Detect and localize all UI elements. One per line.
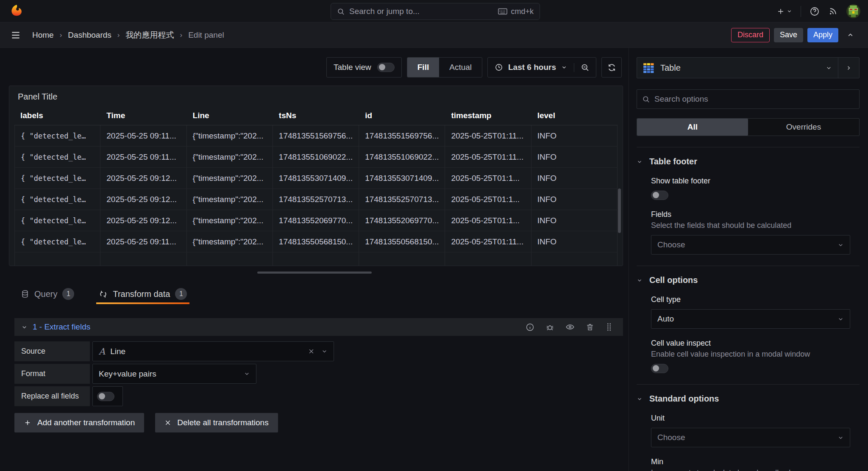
- global-search[interactable]: cmd+k: [331, 3, 540, 20]
- fill-option[interactable]: Fill: [407, 58, 439, 77]
- format-label: Format: [14, 364, 90, 384]
- drag-handle-icon[interactable]: [605, 322, 613, 332]
- fields-select[interactable]: Choose: [651, 235, 850, 255]
- transformation-header[interactable]: 1 - Extract fields: [14, 318, 623, 336]
- news-rss-button[interactable]: [828, 6, 838, 16]
- column-header[interactable]: labels: [14, 106, 100, 125]
- cell-id: 174813551569756...: [359, 125, 445, 147]
- shortcut-label: cmd+k: [511, 7, 534, 16]
- column-header[interactable]: level: [531, 106, 618, 125]
- info-icon[interactable]: [526, 323, 534, 332]
- breadcrumb-home[interactable]: Home: [32, 30, 54, 40]
- cell-timestamp: 2025-05-25T01:1...: [445, 210, 531, 231]
- format-select[interactable]: Key+value pairs: [92, 364, 256, 384]
- cell-type-select[interactable]: Auto: [651, 309, 850, 329]
- cell-level: INFO: [531, 168, 618, 189]
- grafana-logo-icon[interactable]: [9, 4, 24, 18]
- column-header[interactable]: id: [359, 106, 445, 125]
- menu-toggle-button[interactable]: [10, 30, 21, 41]
- trash-icon[interactable]: [586, 323, 594, 331]
- column-header[interactable]: Time: [100, 106, 186, 125]
- options-search[interactable]: [637, 89, 860, 109]
- cell-labels: { "detected_le…: [14, 147, 100, 168]
- options-sidebar: Table All Overrides Table footer Show ta…: [637, 57, 860, 471]
- actual-option[interactable]: Actual: [439, 58, 482, 77]
- section-standard-options-header[interactable]: Standard options: [637, 394, 860, 404]
- options-filter-group: All Overrides: [637, 118, 860, 136]
- plus-icon: [24, 419, 31, 427]
- unit-select-value: Choose: [657, 433, 685, 442]
- unit-select[interactable]: Choose: [651, 428, 850, 447]
- tab-transform-data[interactable]: Transform data 1: [96, 284, 189, 304]
- tab-transform-label: Transform data: [113, 289, 170, 299]
- chevron-down-icon[interactable]: [244, 371, 250, 377]
- table-row-partial: [14, 252, 618, 266]
- fields-description: Select the fields that should be calcula…: [651, 221, 850, 230]
- clear-icon[interactable]: [308, 348, 314, 355]
- zoom-out-time-button[interactable]: [574, 63, 596, 72]
- discard-button[interactable]: Discard: [731, 28, 770, 42]
- eye-icon[interactable]: [565, 322, 575, 332]
- cell-timestamp: 2025-05-25T01:11...: [445, 231, 531, 252]
- options-search-input[interactable]: [654, 94, 854, 104]
- delete-transformations-button[interactable]: Delete all transformations: [155, 413, 278, 432]
- cell-level: INFO: [531, 231, 618, 252]
- breadcrumb-dashboards[interactable]: Dashboards: [68, 30, 111, 40]
- add-button[interactable]: [776, 7, 792, 16]
- visualization-name: Table: [660, 63, 681, 73]
- collapse-header-button[interactable]: [843, 31, 858, 39]
- apply-button[interactable]: Apply: [807, 28, 838, 42]
- panel-title[interactable]: Panel Title: [9, 86, 623, 106]
- show-table-footer-toggle[interactable]: [651, 191, 668, 200]
- cell-value-inspect-toggle[interactable]: [651, 364, 668, 373]
- tab-query-label: Query: [34, 289, 57, 299]
- table-viz-icon: [643, 63, 654, 73]
- chevron-down-icon: [637, 396, 643, 402]
- refresh-button[interactable]: [601, 57, 622, 78]
- format-row: Format Key+value pairs: [14, 364, 623, 384]
- top-nav: cmd+k: [0, 0, 868, 22]
- cell-type-label: Cell type: [651, 295, 850, 304]
- column-header[interactable]: tsNs: [273, 106, 359, 125]
- cell-line: {"timestamp":"202...: [187, 189, 273, 210]
- visualization-select[interactable]: Table: [637, 58, 838, 78]
- source-label: Source: [14, 341, 90, 361]
- panel-toolbar: Table view Fill Actual Last 6 hours: [326, 57, 622, 78]
- help-button[interactable]: [810, 6, 820, 17]
- cell-time: 2025-05-25 09:12...: [100, 189, 186, 210]
- collapse-options-button[interactable]: [838, 58, 859, 78]
- global-search-input[interactable]: [349, 7, 494, 16]
- keyboard-icon: [498, 8, 507, 15]
- breadcrumb-dashboard-name[interactable]: 我的應用程式: [125, 30, 174, 41]
- fill-actual-segmented: Fill Actual: [407, 57, 482, 78]
- cell-labels: { "detected_le…: [14, 189, 100, 210]
- user-avatar[interactable]: [846, 4, 860, 18]
- section-cell-options-header[interactable]: Cell options: [637, 275, 860, 285]
- source-value: Line: [110, 347, 125, 356]
- cell-time: 2025-05-25 09:12...: [100, 168, 186, 189]
- cell-level: INFO: [531, 147, 618, 168]
- cell-level: INFO: [531, 189, 618, 210]
- zoom-out-icon: [581, 63, 590, 72]
- add-transformation-button[interactable]: Add another transformation: [14, 413, 144, 432]
- table-scrollbar[interactable]: [618, 188, 621, 233]
- tab-query[interactable]: Query 1: [18, 284, 77, 304]
- column-header[interactable]: timestamp: [445, 106, 531, 125]
- debug-icon[interactable]: [545, 323, 554, 332]
- time-range-picker[interactable]: Last 6 hours: [488, 63, 574, 72]
- replace-fields-toggle[interactable]: [97, 392, 114, 401]
- transformation-title[interactable]: 1 - Extract fields: [33, 322, 90, 332]
- filter-all-option[interactable]: All: [637, 119, 748, 136]
- transform-count-badge: 1: [175, 288, 187, 300]
- column-header[interactable]: Line: [187, 106, 273, 125]
- filter-overrides-option[interactable]: Overrides: [748, 119, 859, 136]
- chevron-down-icon[interactable]: [321, 348, 328, 355]
- panel-resize-handle[interactable]: [257, 272, 372, 274]
- source-select[interactable]: A Line: [92, 341, 334, 361]
- table-view-toggle[interactable]: [377, 63, 395, 72]
- query-count-badge: 1: [62, 288, 74, 300]
- section-table-footer-header[interactable]: Table footer: [637, 157, 860, 166]
- cell-id: 174813553071409...: [359, 168, 445, 189]
- cell-value-inspect-label: Cell value inspect: [651, 339, 850, 348]
- save-button[interactable]: Save: [774, 28, 803, 42]
